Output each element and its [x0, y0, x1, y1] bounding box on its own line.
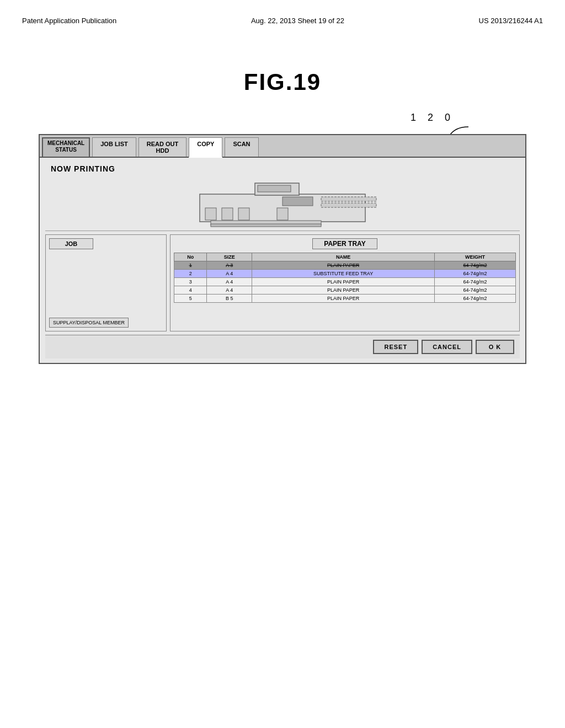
button-bar: RESET CANCEL O K: [45, 335, 520, 358]
cell-no: 5: [174, 295, 207, 303]
ui-panel: MECHANICALSTATUS JOB LIST READ OUTHDD CO…: [39, 134, 526, 364]
tab-copy[interactable]: COPY: [189, 137, 222, 158]
col-size: SIZE: [207, 253, 252, 261]
cell-weight: 64-74g/m2: [435, 278, 516, 286]
cell-no: 2: [174, 270, 207, 278]
printer-diagram: [45, 178, 520, 227]
paper-tray-title: PAPER TRAY: [174, 238, 516, 249]
svg-rect-8: [321, 197, 376, 201]
cell-size: A 4: [207, 286, 252, 295]
svg-rect-12: [211, 224, 321, 227]
svg-rect-7: [258, 185, 291, 192]
svg-rect-5: [277, 208, 288, 220]
cell-size: B 5: [207, 295, 252, 303]
cell-name: PLAIN PAPER: [252, 261, 435, 270]
ok-button[interactable]: O K: [476, 340, 514, 354]
job-title: JOB: [49, 238, 93, 249]
content-divider: [45, 231, 520, 231]
cell-name: PLAIN PAPER: [252, 278, 435, 286]
cell-name: PLAIN PAPER: [252, 286, 435, 295]
reset-button[interactable]: RESET: [373, 340, 418, 354]
svg-rect-2: [205, 208, 216, 220]
table-row[interactable]: 1A 3PLAIN PAPER64-74g/m2: [174, 261, 516, 270]
cell-name: SUBSTITUTE FEED TRAY: [252, 270, 435, 278]
cell-name: PLAIN PAPER: [252, 295, 435, 303]
svg-rect-10: [282, 197, 313, 206]
tab-mechanical[interactable]: MECHANICALSTATUS: [42, 137, 90, 157]
header-left: Patent Application Publication: [22, 17, 116, 25]
lower-content: JOB SUPPLAY/DISPOSAL MEMBER PAPER TRAY N…: [45, 234, 520, 331]
col-weight: WEIGHT: [435, 253, 516, 261]
cell-weight: 64-74g/m2: [435, 261, 516, 270]
cell-weight: 64-74g/m2: [435, 286, 516, 295]
paper-tray-section: PAPER TRAY No SIZE NAME WEIGHT 1: [170, 234, 520, 331]
printer-illustration: [156, 178, 409, 227]
tab-scan[interactable]: SCAN: [225, 137, 258, 157]
col-no: No: [174, 253, 207, 261]
col-name: NAME: [252, 253, 435, 261]
svg-rect-3: [222, 208, 233, 220]
cell-no: 1: [174, 261, 207, 270]
table-row[interactable]: 2A 4SUBSTITUTE FEED TRAY64-74g/m2: [174, 270, 516, 278]
cell-size: A 3: [207, 261, 252, 270]
ref-number: 1 2 0: [411, 112, 455, 124]
cell-size: A 4: [207, 278, 252, 286]
supply-label: SUPPLAY/DISPOSAL MEMBER: [49, 318, 129, 328]
figure-title: FIG.19: [22, 69, 543, 95]
paper-tray-table: No SIZE NAME WEIGHT 1A 3PLAIN PAPER64-74…: [174, 253, 516, 303]
cell-weight: 64-74g/m2: [435, 270, 516, 278]
cell-weight: 64-74g/m2: [435, 295, 516, 303]
header-right: US 2013/216244 A1: [479, 17, 543, 25]
cell-no: 3: [174, 278, 207, 286]
tab-read-out-hdd[interactable]: READ OUTHDD: [138, 137, 186, 157]
job-section: JOB SUPPLAY/DISPOSAL MEMBER: [45, 234, 167, 331]
table-row[interactable]: 5B 5PLAIN PAPER64-74g/m2: [174, 295, 516, 303]
table-row[interactable]: 4A 4PLAIN PAPER64-74g/m2: [174, 286, 516, 295]
cell-no: 4: [174, 286, 207, 295]
header-center: Aug. 22, 2013 Sheet 19 of 22: [251, 17, 344, 25]
cancel-button[interactable]: CANCEL: [422, 340, 472, 354]
cell-size: A 4: [207, 270, 252, 278]
content-area: NOW PRINTING: [40, 158, 525, 363]
table-row[interactable]: 3A 4PLAIN PAPER64-74g/m2: [174, 278, 516, 286]
tab-job-list[interactable]: JOB LIST: [92, 137, 136, 157]
now-printing-label: NOW PRINTING: [51, 164, 520, 173]
svg-rect-9: [321, 203, 376, 207]
svg-rect-4: [238, 208, 249, 220]
page-container: Patent Application Publication Aug. 22, …: [0, 0, 565, 728]
tab-bar: MECHANICALSTATUS JOB LIST READ OUTHDD CO…: [40, 135, 525, 158]
patent-header: Patent Application Publication Aug. 22, …: [22, 11, 543, 36]
